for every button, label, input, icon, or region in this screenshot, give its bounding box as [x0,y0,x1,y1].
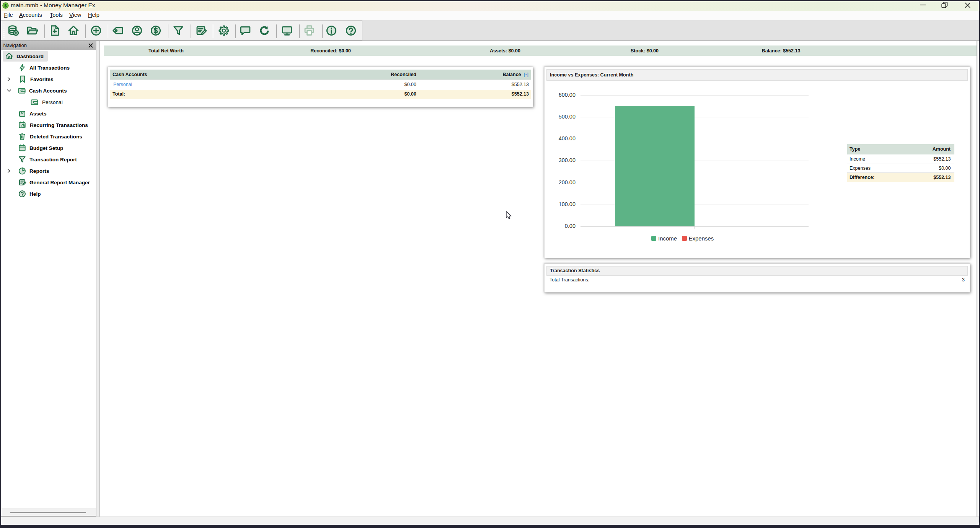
svg-text:$: $ [4,3,7,8]
